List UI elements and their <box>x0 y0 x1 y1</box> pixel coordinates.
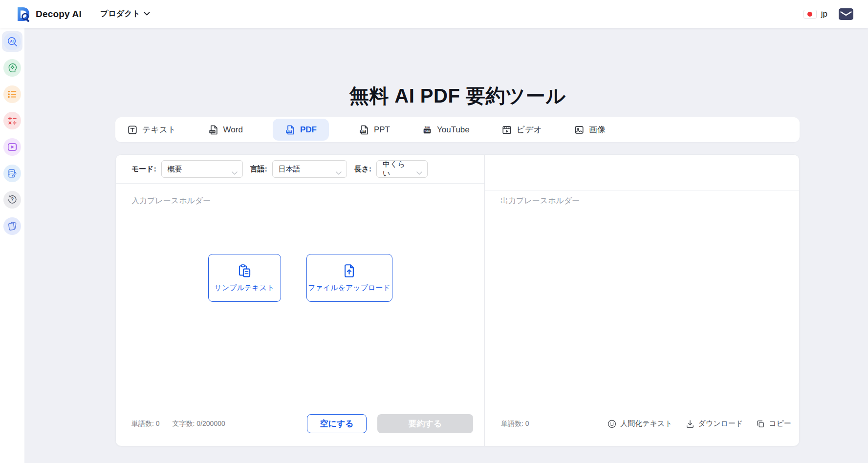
download-action[interactable]: ダウンロード <box>685 419 743 429</box>
tab-label: YouTube <box>437 125 470 135</box>
clear-button[interactable]: 空にする <box>307 414 367 433</box>
decopy-logo-icon <box>15 6 31 22</box>
upload-file-button[interactable]: ファイルをアップロード <box>306 254 392 302</box>
video-play-icon <box>3 138 21 156</box>
svg-text:Word: Word <box>210 130 215 133</box>
mode-select[interactable]: 概要 <box>161 160 243 178</box>
clapperboard-icon <box>501 125 512 135</box>
tab-label: テキスト <box>142 124 176 135</box>
main-content: 無料 AI PDF 要約ツール テキスト Word Word PDF PDF P… <box>24 28 868 463</box>
output-word-count: 単語数: 0 <box>501 420 529 428</box>
tab-label: 画像 <box>589 124 606 135</box>
input-placeholder: 入力プレースホルダー <box>131 196 211 206</box>
language-select-value: 日本語 <box>279 165 301 174</box>
upload-options: サンプルテキスト ファイルをアップロード <box>116 254 484 302</box>
brain-gears-icon <box>3 59 21 77</box>
ai-search-icon: AI <box>3 33 21 50</box>
bullet-list-icon <box>3 85 21 103</box>
summarizer-card: モード: 概要 言語: 日本語 長さ: 中くらい <box>115 154 800 446</box>
text-icon <box>127 125 138 135</box>
smiley-icon <box>607 419 617 429</box>
sidebar-item-help[interactable]: ? <box>2 189 22 210</box>
output-placeholder: 出力プレースホルダー <box>500 196 580 206</box>
svg-text:PDF: PDF <box>287 130 291 133</box>
japan-flag-icon[interactable] <box>803 10 817 19</box>
output-footer: 単語数: 0 人間化テキスト ダウンロード コピー <box>485 414 799 433</box>
sidebar-item-writing-tools[interactable] <box>2 163 22 184</box>
tab-pdf[interactable]: PDF PDF <box>273 119 329 141</box>
clipboard-icon <box>237 263 252 278</box>
svg-text:AI: AI <box>10 39 13 43</box>
chevron-down-icon <box>232 168 238 176</box>
sidebar-item-math-tools[interactable] <box>2 110 22 131</box>
input-footer: 単語数: 0 文字数: 0/200000 空にする 要約する <box>116 414 484 433</box>
tab-youtube[interactable]: YouTube YouTube <box>420 119 472 141</box>
source-tabbar: テキスト Word Word PDF PDF PPT PPT YouTube Y… <box>115 117 800 142</box>
length-select-value: 中くらい <box>383 160 412 178</box>
ppt-file-icon: PPT <box>359 125 369 135</box>
sample-text-button[interactable]: サンプルテキスト <box>208 254 281 302</box>
products-menu-label: プロダクト <box>100 9 140 19</box>
chevron-down-icon <box>336 168 342 176</box>
download-icon <box>685 419 695 429</box>
copy-icon <box>756 419 765 429</box>
summarize-button[interactable]: 要約する <box>377 414 473 433</box>
brand[interactable]: Decopy AI <box>15 6 82 22</box>
svg-text:Tube: Tube <box>424 129 430 132</box>
copy-action[interactable]: コピー <box>756 419 791 429</box>
sidebar-item-ai-search[interactable]: AI <box>2 31 22 52</box>
brand-name: Decopy AI <box>36 9 82 20</box>
length-label: 長さ: <box>354 165 371 174</box>
tab-label: ビデオ <box>517 124 542 135</box>
sample-text-label: サンプルテキスト <box>215 283 275 293</box>
sidebar-item-copy-tools[interactable] <box>2 216 22 236</box>
copy-cards-icon <box>3 217 21 235</box>
tab-label: Word <box>223 125 243 135</box>
svg-text:You: You <box>425 125 430 128</box>
chevron-down-icon <box>144 12 150 16</box>
output-area <box>485 184 799 412</box>
tab-image[interactable]: 画像 <box>572 119 608 141</box>
sidebar: AI <box>0 28 24 463</box>
options-toolbar: モード: 概要 言語: 日本語 長さ: 中くらい <box>116 155 484 184</box>
image-icon <box>574 125 585 135</box>
math-operators-icon <box>3 112 21 129</box>
tab-text[interactable]: テキスト <box>125 119 178 141</box>
mail-icon[interactable] <box>839 8 853 20</box>
language-label: 言語: <box>250 165 267 174</box>
page-title: 無料 AI PDF 要約ツール <box>115 83 800 109</box>
sidebar-item-video-tools[interactable] <box>2 137 22 157</box>
word-count: 単語数: 0 <box>131 420 160 428</box>
humanize-action[interactable]: 人間化テキスト <box>607 419 672 429</box>
products-menu[interactable]: プロダクト <box>100 9 150 19</box>
pdf-file-icon: PDF <box>285 125 296 135</box>
language-select[interactable]: 日本語 <box>272 160 347 178</box>
language-code[interactable]: jp <box>821 9 827 19</box>
word-file-icon: Word <box>208 125 219 135</box>
chevron-down-icon <box>416 168 422 176</box>
tab-video[interactable]: ビデオ <box>499 119 544 141</box>
tab-ppt[interactable]: PPT PPT <box>357 119 392 141</box>
mode-select-value: 概要 <box>168 165 182 174</box>
length-select[interactable]: 中くらい <box>376 160 428 178</box>
sidebar-item-ai-brain[interactable] <box>2 58 22 78</box>
upload-file-label: ファイルをアップロード <box>308 283 391 293</box>
sidebar-item-list-tools[interactable] <box>2 84 22 105</box>
tab-word[interactable]: Word Word <box>206 119 245 141</box>
svg-text:?: ? <box>11 197 14 202</box>
svg-text:PPT: PPT <box>361 130 365 133</box>
mode-label: モード: <box>131 165 156 174</box>
char-count: 文字数: 0/200000 <box>173 420 225 428</box>
youtube-icon: YouTube <box>422 125 433 135</box>
tab-label: PDF <box>300 125 317 135</box>
top-navbar: Decopy AI プロダクト jp <box>0 0 868 28</box>
navbar-right: jp <box>803 8 853 20</box>
notepad-pencil-icon <box>3 165 21 182</box>
tab-label: PPT <box>374 125 390 135</box>
question-refresh-icon: ? <box>3 191 21 209</box>
file-upload-icon <box>342 263 357 278</box>
